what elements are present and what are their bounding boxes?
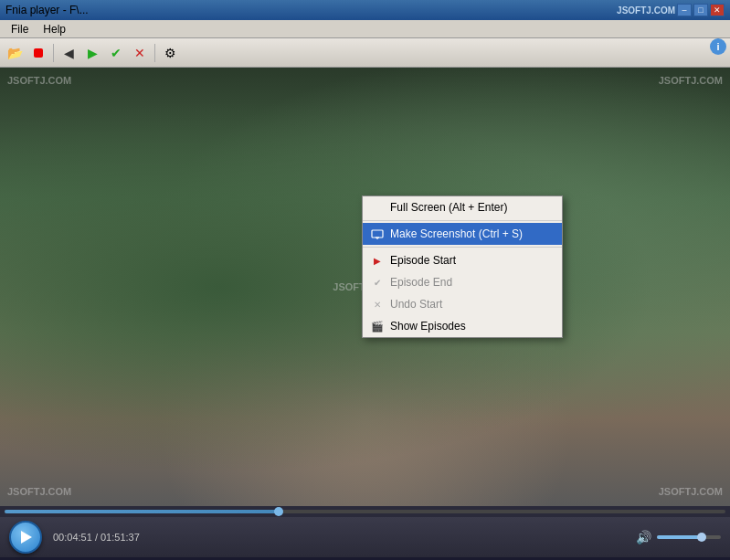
screenshot-icon xyxy=(370,227,385,241)
progress-area[interactable] xyxy=(0,506,730,517)
show-episodes-icon: 🎬 xyxy=(370,319,385,333)
check-button[interactable]: ✔ xyxy=(105,42,127,64)
fullscreen-icon xyxy=(370,200,385,215)
episode-start-icon: ▶ xyxy=(370,253,385,268)
ctx-undo-start-label: Undo Start xyxy=(390,298,442,311)
check-icon: ✔ xyxy=(111,46,122,60)
video-area[interactable]: JSOFTJ.COM JSOFTJ.COM JSOFTJ.COM JSOFTJ.… xyxy=(0,68,730,506)
time-display: 00:04:51 / 01:51:37 xyxy=(53,532,140,543)
controls-bar: 00:04:51 / 01:51:37 🔊 xyxy=(0,517,730,557)
stop-button[interactable] xyxy=(27,42,49,64)
ctx-show-episodes-label: Show Episodes xyxy=(390,320,466,333)
ctx-episode-end-label: Episode End xyxy=(390,276,452,289)
ctx-screenshot-label: Make Screenshot (Ctrl + S) xyxy=(390,227,523,240)
minimize-button[interactable]: – xyxy=(677,4,692,16)
toolbar-sep2 xyxy=(154,44,155,62)
play-triangle-icon xyxy=(21,531,32,544)
ctx-episode-start-label: Episode Start xyxy=(390,254,456,267)
ctx-show-episodes[interactable]: 🎬 Show Episodes xyxy=(363,315,562,337)
open-button[interactable]: 📂 xyxy=(4,42,26,64)
maximize-button[interactable]: □ xyxy=(693,4,708,16)
ctx-separator-2 xyxy=(363,247,562,248)
volume-area: 🔊 xyxy=(636,530,721,544)
titlebar-title: Fnia player - F\... xyxy=(5,4,89,16)
progress-fill xyxy=(5,510,279,513)
close-button[interactable]: ✕ xyxy=(710,4,725,16)
titlebar-logo: JSOFTJ.COM xyxy=(617,5,675,16)
ctx-episode-end: ✔ Episode End xyxy=(363,271,562,293)
ctx-separator-1 xyxy=(363,220,562,221)
volume-icon: 🔊 xyxy=(636,530,651,544)
settings-button[interactable]: ⚙ xyxy=(159,42,181,64)
x-button[interactable]: ✕ xyxy=(129,42,151,64)
volume-track[interactable] xyxy=(657,535,721,539)
menu-help[interactable]: Help xyxy=(36,21,73,37)
menu-file[interactable]: File xyxy=(4,21,36,37)
time-current: 00:04:51 xyxy=(53,532,92,543)
play-button[interactable] xyxy=(9,521,42,554)
titlebar: Fnia player - F\... JSOFTJ.COM – □ ✕ xyxy=(0,0,730,20)
menubar: File Help xyxy=(0,20,730,38)
prev-button[interactable]: ◀ xyxy=(58,42,79,64)
info-badge[interactable]: i xyxy=(710,38,726,55)
svg-rect-0 xyxy=(372,230,383,238)
play-toolbar-button[interactable]: ▶ xyxy=(81,42,103,64)
progress-thumb[interactable] xyxy=(274,507,283,516)
context-menu: Full Screen (Alt + Enter) Make Screensho… xyxy=(362,195,563,338)
toolbar: 📂 ◀ ▶ ✔ ✕ ⚙ i xyxy=(0,38,730,68)
toolbar-sep1 xyxy=(53,44,54,62)
ctx-fullscreen-label: Full Screen (Alt + Enter) xyxy=(390,201,507,214)
titlebar-controls: – □ ✕ xyxy=(677,4,725,16)
gear-icon: ⚙ xyxy=(164,46,176,60)
folder-icon: 📂 xyxy=(7,46,23,60)
stop-icon xyxy=(34,48,43,58)
volume-thumb[interactable] xyxy=(697,533,706,542)
undo-start-icon: ✕ xyxy=(370,297,385,312)
episode-end-icon: ✔ xyxy=(370,275,385,290)
prev-icon: ◀ xyxy=(64,46,74,60)
time-separator: / xyxy=(92,532,101,543)
ctx-undo-start: ✕ Undo Start xyxy=(363,293,562,315)
ctx-episode-start[interactable]: ▶ Episode Start xyxy=(363,249,562,271)
progress-track[interactable] xyxy=(5,510,725,513)
volume-fill xyxy=(657,535,702,539)
ctx-screenshot[interactable]: Make Screenshot (Ctrl + S) xyxy=(363,223,562,245)
time-total: 01:51:37 xyxy=(101,532,140,543)
x-icon: ✕ xyxy=(134,46,145,60)
play-icon: ▶ xyxy=(88,46,98,60)
ctx-fullscreen[interactable]: Full Screen (Alt + Enter) xyxy=(363,196,562,218)
